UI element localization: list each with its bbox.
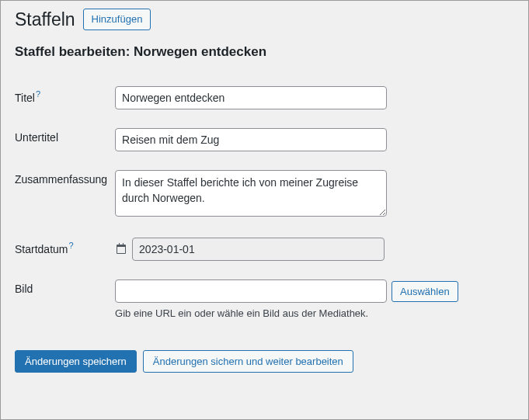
label-titel: Titel <box>15 92 35 104</box>
row-zusammenfassung: Zusammenfassung In dieser Staffel berich… <box>15 161 514 228</box>
select-image-button[interactable]: Auswählen <box>392 281 458 302</box>
input-untertitel[interactable] <box>115 128 387 151</box>
row-titel: Titel? <box>15 77 514 119</box>
row-bild: Bild Auswählen Gib eine URL ein oder wäh… <box>15 270 514 328</box>
input-titel[interactable] <box>115 86 387 109</box>
label-startdatum: Startdatum <box>15 243 68 255</box>
add-button[interactable]: Hinzufügen <box>83 9 151 30</box>
sub-heading: Staffel bearbeiten: Norwegen entdecken <box>15 44 514 60</box>
help-icon[interactable]: ? <box>36 89 40 99</box>
help-icon[interactable]: ? <box>68 241 73 250</box>
row-startdatum: Startdatum? <box>15 228 514 270</box>
input-bild[interactable] <box>115 279 387 303</box>
save-button[interactable]: Änderungen speichern <box>15 350 137 373</box>
input-zusammenfassung[interactable]: In dieser Staffel berichte ich von meine… <box>115 170 387 217</box>
hint-bild: Gib eine URL ein oder wähle ein Bild aus… <box>115 307 514 319</box>
input-startdatum[interactable] <box>132 238 385 261</box>
page-container: Staffeln Hinzufügen Staffel bearbeiten: … <box>0 0 529 420</box>
label-bild: Bild <box>15 283 33 295</box>
calendar-icon[interactable] <box>115 242 127 257</box>
edit-form: Titel? Untertitel Zusammenfassung In die… <box>15 77 514 328</box>
label-untertitel: Untertitel <box>15 131 58 144</box>
form-actions: Änderungen speichern Änderungen sichern … <box>15 350 514 373</box>
save-continue-button[interactable]: Änderungen sichern und weiter bearbeiten <box>143 350 353 373</box>
page-title: Staffeln <box>15 9 75 30</box>
row-untertitel: Untertitel <box>15 119 514 161</box>
page-header: Staffeln Hinzufügen <box>15 9 514 30</box>
label-zusammenfassung: Zusammenfassung <box>15 173 107 186</box>
